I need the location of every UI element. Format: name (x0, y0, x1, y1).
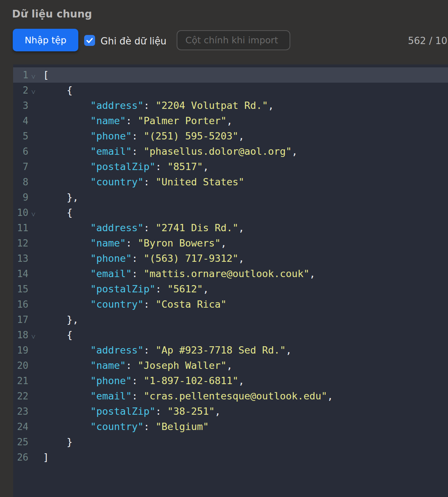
code-line[interactable]: 3 "address": "2204 Volutpat Rd.", (13, 98, 448, 113)
code-line[interactable]: 12 "name": "Byron Bowers", (13, 236, 448, 251)
code-line[interactable]: 8 "country": "United States" (13, 174, 448, 190)
line-number: 2 (13, 85, 28, 96)
fold-chevron-icon[interactable]: ˅ (28, 210, 43, 219)
line-number: 7 (13, 161, 28, 172)
code-text: [ (43, 67, 49, 83)
line-number: 19 (13, 345, 28, 356)
line-number: 22 (13, 391, 28, 402)
line-number: 5 (13, 131, 28, 142)
code-text: "country": "United States" (43, 174, 244, 190)
line-number: 16 (13, 299, 28, 310)
line-number: 11 (13, 222, 28, 233)
code-line[interactable]: 7 "postalZip": "8517", (13, 159, 448, 174)
code-text: "phone": "(251) 595-5203", (43, 129, 244, 144)
code-line[interactable]: 1˅[ (13, 67, 448, 83)
code-line[interactable]: 24 "country": "Belgium" (13, 419, 448, 434)
code-text: "country": "Costa Rica" (43, 297, 227, 312)
code-text: "email": "mattis.ornare@outlook.couk", (43, 266, 315, 281)
page-title: Dữ liệu chung (12, 8, 92, 20)
code-line[interactable]: 15 "postalZip": "5612", (13, 281, 448, 297)
code-line[interactable]: 10˅ { (13, 205, 448, 220)
code-text: "address": "Ap #923-7718 Sed Rd.", (43, 343, 292, 358)
code-text: } (43, 434, 72, 450)
line-number: 20 (13, 360, 28, 371)
code-line[interactable]: 16 "country": "Costa Rica" (13, 297, 448, 312)
code-text: "postalZip": "8517", (43, 159, 209, 174)
code-text: ] (43, 450, 49, 465)
code-line[interactable]: 6 "email": "phasellus.dolor@aol.org", (13, 144, 448, 159)
code-text: "address": "2204 Volutpat Rd.", (43, 98, 274, 113)
code-line[interactable]: 23 "postalZip": "38-251", (13, 404, 448, 419)
code-text: "name": "Joseph Waller", (43, 358, 232, 373)
code-line[interactable]: 26] (13, 450, 448, 465)
code-text: "email": "cras.pellentesque@outlook.edu"… (43, 388, 333, 404)
code-text: "country": "Belgium" (43, 419, 209, 434)
line-number: 12 (13, 238, 28, 249)
import-file-button[interactable]: Nhập tệp (13, 29, 78, 51)
line-number: 14 (13, 268, 28, 279)
code-line[interactable]: 19 "address": "Ap #923-7718 Sed Rd.", (13, 343, 448, 358)
code-line[interactable]: 21 "phone": "1-897-102-6811", (13, 373, 448, 388)
line-number: 8 (13, 177, 28, 188)
line-number: 15 (13, 284, 28, 295)
code-text: }, (43, 312, 79, 327)
fold-chevron-icon[interactable]: ˅ (28, 88, 43, 96)
line-number: 1 (13, 70, 28, 80)
code-line[interactable]: 4 "name": "Palmer Porter", (13, 113, 448, 129)
line-number: 25 (13, 437, 28, 447)
code-line[interactable]: 11 "address": "2741 Dis Rd.", (13, 220, 448, 236)
code-text: }, (43, 190, 79, 205)
code-line[interactable]: 13 "phone": "(563) 717-9312", (13, 251, 448, 266)
code-text: "name": "Palmer Porter", (43, 113, 232, 129)
checkbox-check-icon (86, 37, 93, 44)
fold-chevron-icon[interactable]: ˅ (28, 332, 43, 341)
record-counter: 562 / 10 (408, 35, 447, 46)
key-column-input[interactable] (177, 30, 290, 50)
line-number: 10 (13, 207, 28, 218)
code-text: "phone": "1-897-102-6811", (43, 373, 244, 388)
code-text: { (43, 327, 72, 343)
code-text: "name": "Byron Bowers", (43, 236, 227, 251)
line-number: 9 (13, 192, 28, 203)
code-text: { (43, 205, 72, 220)
line-number: 21 (13, 375, 28, 386)
code-text: "postalZip": "38-251", (43, 404, 221, 419)
import-file-button-label: Nhập tệp (25, 35, 67, 46)
code-line[interactable]: 18˅ { (13, 327, 448, 343)
line-number: 3 (13, 100, 28, 111)
line-number: 17 (13, 314, 28, 325)
line-number: 4 (13, 115, 28, 126)
line-number: 26 (13, 452, 28, 463)
code-text: "email": "phasellus.dolor@aol.org", (43, 144, 298, 159)
code-line[interactable]: 5 "phone": "(251) 595-5203", (13, 129, 448, 144)
line-number: 23 (13, 406, 28, 417)
code-line[interactable]: 20 "name": "Joseph Waller", (13, 358, 448, 373)
fold-chevron-icon[interactable]: ˅ (28, 72, 43, 81)
code-line[interactable]: 14 "email": "mattis.ornare@outlook.couk"… (13, 266, 448, 281)
line-number: 24 (13, 421, 28, 432)
line-number: 18 (13, 330, 28, 340)
code-line[interactable]: 17 }, (13, 312, 448, 327)
code-line[interactable]: 25 } (13, 434, 448, 450)
code-text: "postalZip": "5612", (43, 281, 209, 297)
overwrite-data-label: Ghi đè dữ liệu (101, 36, 166, 47)
code-text: "address": "2741 Dis Rd.", (43, 220, 244, 236)
overwrite-data-checkbox[interactable] (84, 35, 95, 46)
json-editor[interactable]: 1˅[2˅ {3 "address": "2204 Volutpat Rd.",… (13, 64, 448, 497)
code-line[interactable]: 9 }, (13, 190, 448, 205)
line-number: 13 (13, 253, 28, 264)
code-text: "phone": "(563) 717-9312", (43, 251, 244, 266)
code-lines: 1˅[2˅ {3 "address": "2204 Volutpat Rd.",… (13, 67, 448, 465)
code-line[interactable]: 22 "email": "cras.pellentesque@outlook.e… (13, 388, 448, 404)
code-line[interactable]: 2˅ { (13, 83, 448, 98)
line-number: 6 (13, 146, 28, 157)
code-text: { (43, 83, 72, 98)
